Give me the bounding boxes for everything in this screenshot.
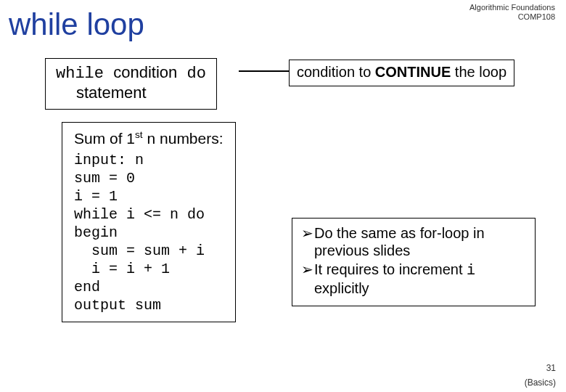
syntax-statement: statement <box>76 83 147 102</box>
syntax-line1: while condition do <box>56 63 206 83</box>
annot-strong: CONTINUE <box>375 64 451 80</box>
heading-post: n numbers: <box>143 130 223 147</box>
example-heading: Sum of 1st n numbers: <box>74 128 223 148</box>
footer-section: (Basics) <box>525 377 556 388</box>
note2-post: explicitly <box>314 280 369 296</box>
note-item-2: ➢ It requires to increment i explicitly <box>301 261 526 297</box>
note-item-1: ➢ Do the same as for-loop in previous sl… <box>301 224 526 259</box>
annot-post: the loop <box>451 64 506 80</box>
kw-while: while <box>56 65 113 83</box>
connector-line <box>239 70 290 72</box>
page-number: 31 <box>546 363 556 373</box>
note2-pre: It requires to increment <box>314 261 467 277</box>
heading-ordinal: st <box>135 129 143 140</box>
example-code: input: n sum = 0 i = 1 while i <= n do b… <box>74 151 223 314</box>
condition-annotation: condition to CONTINUE the loop <box>289 60 514 86</box>
course-title: Algorithmic Foundations <box>469 3 555 12</box>
note1-text: Do the same as for-loop in previous slid… <box>314 224 526 259</box>
kw-do: do <box>177 65 206 83</box>
bullet-icon: ➢ <box>301 261 314 297</box>
annot-pre: condition to <box>297 64 375 80</box>
notes-box: ➢ Do the same as for-loop in previous sl… <box>292 218 536 306</box>
while-syntax-box: while condition do statement <box>45 58 217 110</box>
note2-text: It requires to increment i explicitly <box>314 261 526 297</box>
slide-title: while loop <box>9 7 144 42</box>
example-box: Sum of 1st n numbers: input: n sum = 0 i… <box>62 122 236 322</box>
note2-code: i <box>467 262 475 279</box>
syntax-line2: statement <box>56 83 206 102</box>
heading-pre: Sum of 1 <box>74 130 135 147</box>
course-header: Algorithmic Foundations COMP108 <box>469 3 555 22</box>
syntax-condition: condition <box>113 63 177 81</box>
course-code: COMP108 <box>469 12 555 22</box>
bullet-icon: ➢ <box>301 224 314 259</box>
